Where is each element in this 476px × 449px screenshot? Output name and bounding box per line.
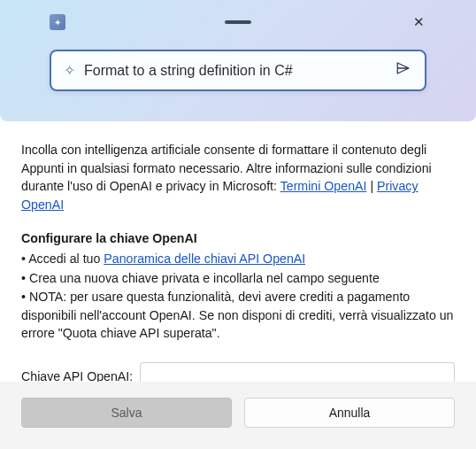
bullet-3: • NOTA: per usare questa funzionalità, d… (21, 288, 455, 343)
api-keys-link[interactable]: Panoramica delle chiavi API OpenAI (104, 252, 305, 266)
bullet-1: • Accedi al tuo Panoramica delle chiavi … (21, 250, 455, 268)
bullet-2: • Crea una nuova chiave privata e incoll… (21, 269, 455, 288)
terms-link[interactable]: Termini OpenAI (280, 179, 367, 193)
example-banner: ✦ ✕ ✧ Format to a string definition in C… (0, 0, 476, 121)
app-icon: ✦ (50, 14, 65, 30)
drag-handle[interactable] (225, 20, 251, 24)
link-separator: | (366, 179, 377, 193)
prompt-example-text: Format to a string definition in C# (84, 63, 395, 79)
content-area: Incolla con intelligenza artificiale con… (0, 121, 476, 405)
intro-paragraph: Incolla con intelligenza artificiale con… (21, 141, 455, 213)
cancel-button[interactable]: Annulla (244, 398, 455, 428)
save-button[interactable]: Salva (21, 398, 232, 428)
config-heading: Configurare la chiave OpenAI (21, 229, 455, 248)
close-icon[interactable]: ✕ (411, 14, 426, 30)
prompt-box: ✧ Format to a string definition in C# (50, 50, 426, 91)
footer-buttons: Salva Annulla (0, 382, 476, 449)
bullet-1-text: • Accedi al tuo (21, 252, 104, 266)
window-chrome: ✦ ✕ (50, 9, 426, 35)
sparkle-icon: ✧ (64, 62, 75, 79)
send-icon (395, 60, 412, 81)
